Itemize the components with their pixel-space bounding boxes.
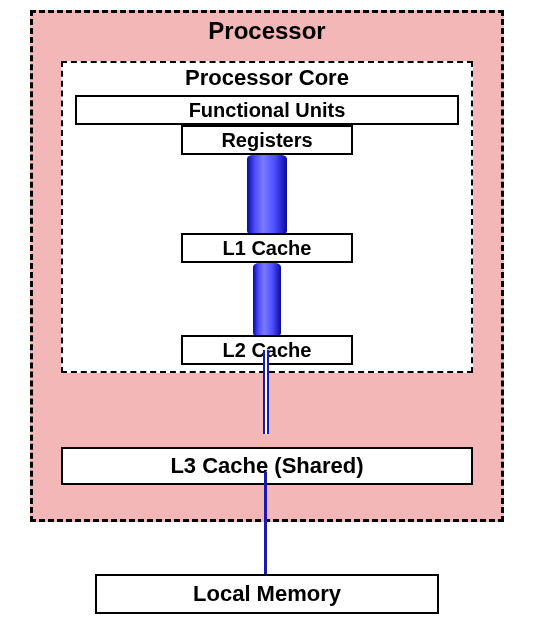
connector-l3-localmemory <box>264 472 267 574</box>
processor-title: Processor <box>33 17 501 45</box>
l1-cache-box: L1 Cache <box>181 233 353 263</box>
processor-core-outline: Processor Core Functional Units Register… <box>61 61 473 373</box>
connector-registers-l1 <box>247 155 287 235</box>
registers-box: Registers <box>181 125 353 155</box>
connector-l1-l2 <box>253 263 281 337</box>
connector-l2-l3 <box>263 350 269 434</box>
processor-outline: Processor Processor Core Functional Unit… <box>30 10 504 522</box>
registers-label: Registers <box>221 129 312 152</box>
local-memory-box: Local Memory <box>95 574 439 614</box>
l1-cache-label: L1 Cache <box>223 237 312 260</box>
processor-core-title: Processor Core <box>63 65 471 91</box>
local-memory-label: Local Memory <box>193 581 341 607</box>
l3-cache-box: L3 Cache (Shared) <box>61 447 473 485</box>
functional-units-box: Functional Units <box>75 95 459 125</box>
functional-units-label: Functional Units <box>189 99 346 122</box>
